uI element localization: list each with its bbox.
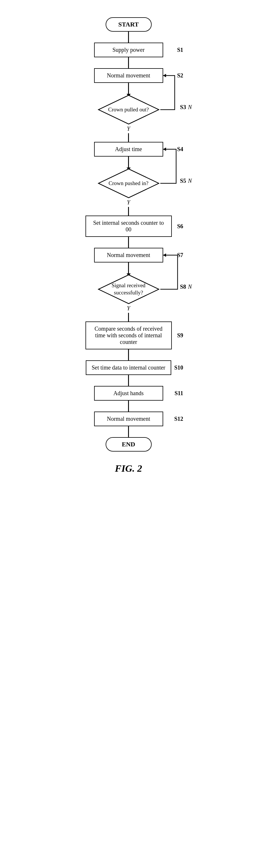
s3-y-section: Y (127, 125, 130, 142)
s8-y-section: Y (127, 305, 130, 321)
s12-row: Normal movement S12 (57, 411, 201, 426)
s9-label: S9 (177, 332, 183, 339)
s3-text: Crown pulled out? (108, 106, 149, 114)
s8-text: Signal received successfully? (97, 282, 160, 296)
s10-row: Set time data to internal counter S10 (57, 360, 201, 375)
arrow-s1-s2 (128, 57, 129, 68)
s5-node: Crown pushed in? (97, 167, 160, 199)
s2-row: Normal movement S2 (57, 68, 201, 83)
s7-label: S7 (177, 252, 183, 258)
start-node: START (106, 17, 152, 32)
s3-n-label: N (188, 104, 192, 111)
s5-row: Crown pushed in? S5 N (57, 167, 201, 199)
s8-y-label: Y (127, 305, 130, 312)
s10-label: S10 (174, 364, 183, 371)
s8-node: Signal received successfully? (97, 273, 160, 305)
s12-node: Normal movement (94, 411, 163, 426)
s8-row: Signal received successfully? S8 N (57, 273, 201, 305)
arrow-s10-s11 (128, 375, 129, 386)
arrow-s4-s5 (128, 157, 129, 167)
s6-row: Set internal seconds counter to 00 S6 (57, 216, 201, 237)
start-row: START (57, 17, 201, 32)
s4-node: Adjust time (94, 142, 163, 157)
s2-label: S2 (177, 72, 183, 79)
flowchart: START Supply power S1 Normal movement S2 (57, 11, 201, 474)
arrow-s7-s8 (128, 262, 129, 273)
s4-label: S4 (177, 146, 183, 153)
end-row: END (57, 437, 201, 452)
s5-n-label: N (188, 178, 192, 184)
s11-label: S11 (174, 390, 183, 397)
arrow-s6-s7 (128, 237, 129, 248)
s4-row: Adjust time S4 (57, 142, 201, 157)
s11-row: Adjust hands S11 (57, 386, 201, 401)
arrow-s8-s9 (128, 313, 129, 321)
s7-row: Normal movement S7 (57, 248, 201, 262)
s6-label: S6 (177, 223, 183, 230)
s1-node: Supply power (94, 42, 163, 57)
s5-y-label: Y (127, 199, 130, 206)
s8-label: S8 (180, 283, 186, 290)
arrow-s12-end (128, 426, 129, 437)
arrow-s11-s12 (128, 401, 129, 411)
s5-y-section: Y (127, 199, 130, 216)
page: START Supply power S1 Normal movement S2 (0, 0, 257, 868)
s12-label: S12 (174, 415, 183, 422)
arrow-s2-s3 (128, 83, 129, 94)
fig-label: FIG. 2 (115, 463, 142, 474)
s10-node: Set time data to internal counter (86, 360, 171, 375)
s6-node: Set internal seconds counter to 00 (86, 216, 172, 237)
s11-node: Adjust hands (94, 386, 163, 401)
s3-y-label: Y (127, 125, 130, 132)
arrow-s3-s4 (128, 133, 129, 142)
arrow-start-s1 (128, 32, 129, 42)
s9-node: Compare seconds of received time with se… (86, 321, 172, 349)
arrow-s5-s6 (128, 207, 129, 216)
s5-text: Crown pushed in? (108, 180, 148, 187)
s1-row: Supply power S1 (57, 42, 201, 57)
arrow-s9-s10 (128, 349, 129, 360)
end-node: END (106, 437, 152, 452)
s3-label: S3 (180, 104, 186, 111)
s5-label: S5 (180, 178, 186, 184)
s8-n-label: N (188, 283, 192, 290)
flowchart-inner: START Supply power S1 Normal movement S2 (57, 11, 201, 452)
s7-node: Normal movement (94, 248, 163, 262)
s3-row: Crown pulled out? S3 N (57, 94, 201, 125)
s2-node: Normal movement (94, 68, 163, 83)
s3-node: Crown pulled out? (97, 94, 160, 125)
s1-label: S1 (177, 46, 183, 53)
s9-row: Compare seconds of received time with se… (57, 321, 201, 349)
